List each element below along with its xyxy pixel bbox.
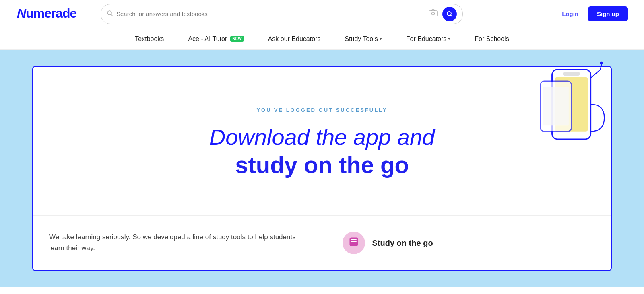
new-badge: NEW	[230, 36, 244, 42]
svg-point-31	[600, 62, 603, 65]
heading-line1: Download the app and	[209, 124, 435, 150]
svg-point-5	[432, 12, 435, 15]
logout-message: YOU'VE LOGGED OUT SUCCESFULLY	[256, 107, 387, 113]
search-bar	[101, 4, 463, 24]
nav-item-ask-educators[interactable]: Ask our Educators	[268, 35, 321, 43]
header: N umerade Login Sign up	[0, 0, 644, 28]
logo-text: N umerade	[16, 4, 85, 23]
main-nav: Textbooks Ace - AI Tutor NEW Ask our Edu…	[0, 28, 644, 50]
svg-line-3	[111, 14, 113, 16]
svg-line-7	[451, 15, 452, 16]
nav-item-study-tools[interactable]: Study Tools ▾	[345, 35, 382, 43]
chevron-down-icon: ▾	[380, 36, 382, 41]
heading-line2: study on the go	[235, 152, 409, 179]
nav-item-for-schools[interactable]: For Schools	[475, 35, 509, 43]
study-on-go-label: Study on the go	[372, 238, 433, 248]
study-on-go-area: Study on the go	[326, 216, 611, 270]
search-button[interactable]	[442, 7, 457, 21]
phone-illustration	[527, 58, 608, 158]
description-text: We take learning seriously. So we develo…	[49, 232, 302, 253]
svg-rect-23	[351, 239, 357, 240]
hero-section: YOU'VE LOGGED OUT SUCCESFULLY Download t…	[0, 50, 644, 287]
svg-rect-25	[351, 243, 355, 243]
signup-button[interactable]: Sign up	[588, 6, 628, 21]
header-actions: Login Sign up	[557, 6, 628, 21]
nav-item-for-educators[interactable]: For Educators ▾	[406, 35, 450, 43]
study-icon	[343, 232, 365, 254]
svg-line-29	[592, 70, 601, 77]
camera-icon[interactable]	[429, 9, 438, 19]
logo[interactable]: N umerade	[16, 4, 85, 23]
nav-item-textbooks[interactable]: Textbooks	[135, 35, 164, 43]
book-icon	[348, 236, 359, 250]
svg-rect-28	[563, 72, 580, 76]
svg-rect-33	[543, 87, 568, 125]
nav-item-ace-ai[interactable]: Ace - AI Tutor NEW	[188, 35, 244, 43]
description-area: We take learning seriously. So we develo…	[33, 216, 326, 270]
logo-svg: N umerade	[16, 4, 85, 21]
svg-text:N: N	[17, 6, 27, 21]
search-input[interactable]	[116, 10, 425, 17]
svg-line-30	[601, 64, 602, 69]
bottom-content-area: We take learning seriously. So we develo…	[33, 215, 611, 270]
search-icon	[107, 10, 113, 18]
main-content-box: YOU'VE LOGGED OUT SUCCESFULLY Download t…	[32, 66, 612, 271]
login-button[interactable]: Login	[557, 7, 583, 21]
svg-text:umerade: umerade	[26, 6, 77, 21]
chevron-down-icon-2: ▾	[448, 36, 450, 41]
svg-rect-24	[351, 241, 357, 242]
